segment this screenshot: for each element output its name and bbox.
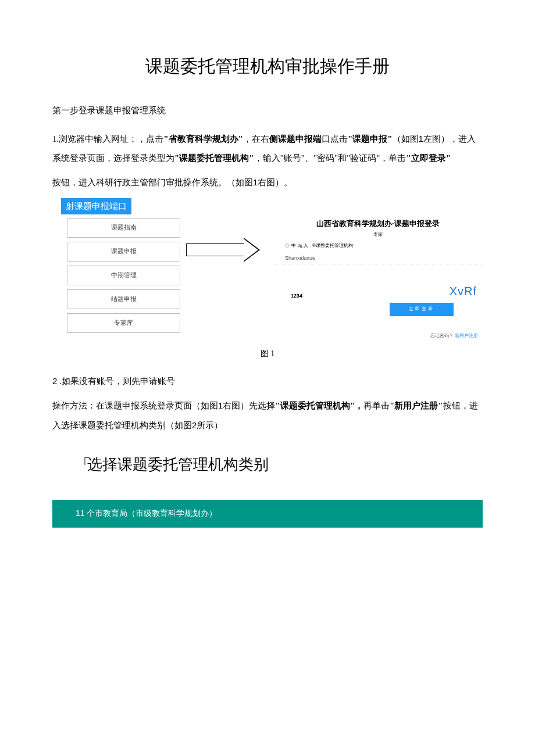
menu-item-guide[interactable]: 课题指南 bbox=[67, 218, 180, 238]
login-button[interactable]: 立即登录 bbox=[390, 303, 454, 316]
paragraph-2: 按钮，进入科研行政主管部门审批操作系统。（如图1右图）。 bbox=[52, 173, 483, 192]
menu-column: 课题指南 课题申报 中期管理 结题申报 专家库 bbox=[67, 218, 180, 337]
login-title: 山西省教育科学规划办-课题申报登录 bbox=[273, 218, 483, 230]
step1-heading: 第一步登录课题申报管理系统 bbox=[52, 103, 483, 117]
paragraph-4: 操作方法：在课题申报系统登录页面（如图1右图）先选择"课题委托管理机构"，再单击… bbox=[52, 396, 483, 435]
p1-d: 侧课题申报端 bbox=[269, 134, 322, 144]
p1-l: "立即登录" bbox=[406, 153, 451, 163]
paragraph-1: 1.浏览器中输入网址：，点击"省教育科学规划办"，在右侧课题申报端口点击"课题申… bbox=[52, 129, 483, 168]
teal-text: 个市教育局（市级教育科学规划办） bbox=[85, 509, 217, 518]
teal-num: 11 bbox=[76, 508, 85, 518]
select-category-heading: 「选择课题委托管理机构类别 bbox=[76, 453, 483, 477]
paragraph-3: 2 .如果没有账号，则先申请账号 bbox=[52, 371, 483, 391]
menu-item-midterm[interactable]: 中期管理 bbox=[67, 266, 180, 285]
login-subtitle: 专家 bbox=[273, 231, 483, 239]
menu-item-close[interactable]: 结题申报 bbox=[67, 289, 180, 309]
sub-heading-text: 选择课题委托管理机构类别 bbox=[87, 456, 269, 473]
p4-i: 所示） bbox=[197, 421, 223, 430]
radio-label-org[interactable]: ®课整委托管理机构 bbox=[312, 243, 353, 248]
figure-1-caption: 图 1 bbox=[52, 347, 483, 360]
captcha-image: XvRf bbox=[450, 282, 483, 300]
p4-e: 再单击 bbox=[363, 401, 390, 410]
menu-item-expert[interactable]: 专家库 bbox=[67, 313, 180, 333]
username-input[interactable]: Shanxidaxue bbox=[273, 253, 483, 264]
p1-b: "省教育科学规划办" bbox=[163, 134, 243, 144]
p1-a: 1.浏览器中输入网址：，点击 bbox=[52, 134, 163, 144]
p3-b: .如果没有账号，则先申请账号 bbox=[57, 377, 175, 386]
p1-h: 1 bbox=[419, 134, 423, 144]
arrow-icon bbox=[186, 235, 262, 264]
login-panel: 山西省教育科学规划办-课题申报登录 专家 中 Jg 人 ®课整委托管理机构 Sh… bbox=[268, 218, 483, 339]
p1-j: "课题委托管理机构" bbox=[174, 153, 254, 163]
p1-e: 口点击 bbox=[322, 134, 348, 144]
p1-c: ，在右 bbox=[243, 134, 269, 144]
p1-f: "课题申报" bbox=[348, 134, 393, 144]
captcha-input[interactable]: 1234 bbox=[273, 292, 302, 300]
p2-c: 右图）。 bbox=[258, 178, 293, 187]
register-link[interactable]: 新用户注册 bbox=[455, 333, 478, 338]
login-type-row: 中 Jg 人 ®课整委托管理机构 bbox=[273, 242, 483, 250]
menu-item-apply[interactable]: 课题申报 bbox=[67, 242, 180, 261]
radio-label-person[interactable]: 中 Jg 人 bbox=[291, 243, 308, 248]
figure-1: 射课题申报端口 课题指南 课题申报 中期管理 结题申报 专家库 山西省教育科学规… bbox=[52, 198, 483, 361]
p1-g: （如图 bbox=[393, 134, 419, 144]
port-label: 射课题申报端口 bbox=[61, 198, 131, 214]
radio-icon[interactable] bbox=[285, 243, 289, 248]
page-title: 课题委托管理机构审批操作手册 bbox=[52, 52, 483, 80]
p4-d: "课题委托管理机构"， bbox=[275, 401, 363, 410]
category-bar[interactable]: 11 个市教育局（市级教育科学规划办） bbox=[52, 500, 483, 527]
p4-f: "新用户注册" bbox=[390, 401, 443, 410]
p2-a: 按钮，进入科研行政主管部门审批操作系统。（如图 bbox=[52, 178, 253, 187]
p4-a: 操作方法：在课题申报系统登录页面（如图 bbox=[52, 401, 218, 410]
forgot-row: 忘记密码？ 新用户注册 bbox=[273, 332, 483, 340]
p4-c: 右图）先选择 bbox=[223, 401, 275, 410]
forgot-password-link[interactable]: 忘记密码？ bbox=[430, 333, 454, 338]
p1-k: ，输入"账号"、"密码"和"验证码"，单击 bbox=[254, 153, 406, 163]
